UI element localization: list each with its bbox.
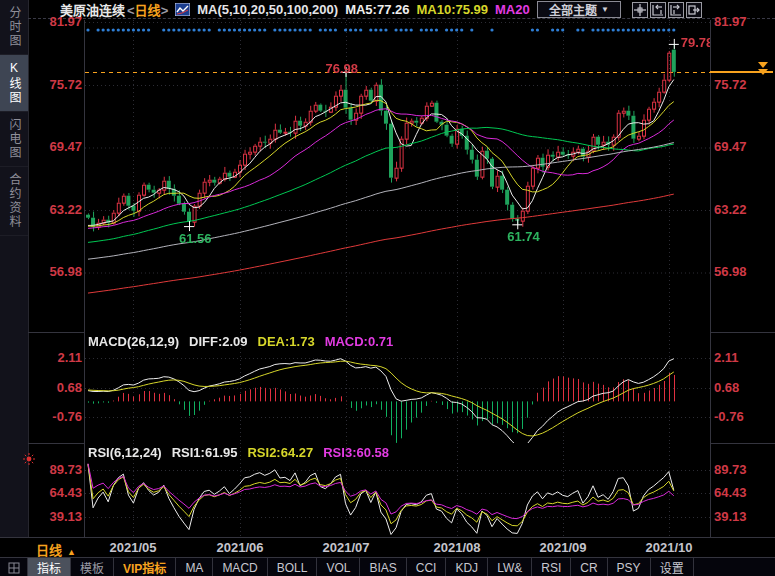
rsi3-value: RSI3:60.58 bbox=[323, 445, 389, 460]
period-bracket-right: > bbox=[161, 3, 169, 18]
xaxis-date: 2021/09 bbox=[533, 540, 593, 555]
triangle-up-icon: ▲ bbox=[67, 547, 76, 557]
rsi-axis-label: 39.13 bbox=[714, 510, 774, 524]
macd-axis-label: -0.76 bbox=[28, 410, 82, 424]
price-axis-label: 81.97 bbox=[714, 15, 774, 29]
xaxis-date: 2021/06 bbox=[210, 540, 270, 555]
tab-cci[interactable]: CCI bbox=[407, 558, 447, 576]
rsi1-value: RSI1:61.95 bbox=[172, 445, 238, 460]
rsi2-value: RSI2:64.27 bbox=[247, 445, 313, 460]
time-axis: 日线▲ 2021/05 2021/06 2021/07 2021/08 2021… bbox=[0, 537, 775, 558]
price-axis-label: 69.47 bbox=[714, 140, 774, 154]
ma5-value: MA5:77.26 bbox=[345, 2, 409, 17]
tab-template[interactable]: 模板 bbox=[71, 558, 114, 576]
period-bracket-left: < bbox=[127, 3, 135, 18]
xaxis-date: 2021/05 bbox=[103, 540, 163, 555]
macd-diff-value: DIFF:2.09 bbox=[189, 334, 248, 349]
macd-axis-label: -0.76 bbox=[714, 410, 774, 424]
ma10-value: MA10:75.99 bbox=[416, 2, 488, 17]
sidebar-tab-contract-info[interactable]: 合约资料 bbox=[0, 167, 28, 236]
alert-line-marker-icon[interactable] bbox=[758, 62, 768, 68]
plot-right-border bbox=[710, 20, 711, 537]
app-window: 分时图 K线图 闪电图 合约资料 美原油连续 <日线> MA(5,10,20,5… bbox=[0, 0, 775, 576]
tab-vip-indicator[interactable]: VIP指标 bbox=[114, 558, 176, 576]
macd-title: MACD(26,12,9) bbox=[88, 334, 179, 349]
alert-line-marker-icon[interactable] bbox=[758, 69, 768, 75]
compress-chart-icon[interactable] bbox=[650, 2, 666, 18]
rsi-axis-label: 64.43 bbox=[28, 486, 82, 500]
chevron-down-icon: ▼ bbox=[601, 5, 609, 14]
toolbar-grid-icon[interactable] bbox=[0, 558, 28, 576]
xaxis-date: 2021/08 bbox=[427, 540, 487, 555]
tab-lwr[interactable]: LW& bbox=[488, 558, 532, 576]
tab-macd[interactable]: MACD bbox=[213, 558, 267, 576]
tab-kdj[interactable]: KDJ bbox=[446, 558, 488, 576]
sidebar-tab-flash-chart[interactable]: 闪电图 bbox=[0, 112, 28, 167]
ma20-value: MA20 bbox=[495, 2, 530, 17]
macd-axis-label: 2.11 bbox=[28, 351, 82, 365]
tab-settings[interactable]: 设置 bbox=[651, 558, 694, 576]
tab-vol[interactable]: VOL bbox=[317, 558, 360, 576]
price-axis-label: 69.47 bbox=[28, 140, 82, 154]
tab-bias[interactable]: BIAS bbox=[360, 558, 406, 576]
sidebar-tab-kline-chart[interactable]: K线图 bbox=[0, 55, 28, 112]
macd-dea-value: DEA:1.73 bbox=[258, 334, 315, 349]
price-axis-label: 75.72 bbox=[714, 78, 774, 92]
tab-psy[interactable]: PSY bbox=[608, 558, 651, 576]
rsi-axis-label: 89.73 bbox=[714, 463, 774, 477]
kline-icon bbox=[175, 3, 190, 16]
price-axis-label: 56.98 bbox=[714, 265, 774, 279]
xaxis-date: 2021/07 bbox=[316, 540, 376, 555]
price-axis-label: 63.22 bbox=[714, 203, 774, 217]
indicator-toolbar: 指标 模板 VIP指标 MA MACD BOLL VOL BIAS CCI KD… bbox=[0, 557, 775, 576]
macd-axis-label: 0.68 bbox=[28, 381, 82, 395]
price-axis-label: 75.72 bbox=[28, 78, 82, 92]
xaxis-date: 2021/10 bbox=[639, 540, 699, 555]
rsi-axis-label: 89.73 bbox=[28, 463, 82, 477]
page-forward-icon[interactable] bbox=[686, 2, 702, 18]
macd-macd-value: MACD:0.71 bbox=[325, 334, 394, 349]
price-axis-label: 63.22 bbox=[28, 203, 82, 217]
price-axis-label: 81.97 bbox=[28, 15, 82, 29]
rsi-header: RSI(6,12,24) RSI1:61.95 RSI2:64.27 RSI3:… bbox=[88, 445, 389, 460]
macd-axis-label: 0.68 bbox=[714, 381, 774, 395]
price-axis-label: 56.98 bbox=[28, 265, 82, 279]
macd-header: MACD(26,12,9) DIFF:2.09 DEA:1.73 MACD:0.… bbox=[88, 334, 393, 349]
expand-chart-icon[interactable] bbox=[668, 2, 684, 18]
tab-cr[interactable]: CR bbox=[571, 558, 607, 576]
period-tag[interactable]: 日线 bbox=[135, 3, 161, 18]
main-price-chart[interactable] bbox=[85, 20, 710, 332]
theme-dropdown-label: 全部主题 bbox=[549, 1, 597, 18]
rsi-title: RSI(6,12,24) bbox=[88, 445, 162, 460]
rsi-axis-label: 39.13 bbox=[28, 510, 82, 524]
macd-axis-label: 2.11 bbox=[714, 351, 774, 365]
crosshair-tool-icon[interactable] bbox=[632, 2, 648, 18]
period-selector-label: 日线 bbox=[36, 543, 62, 558]
sidebar-tab-minute-chart[interactable]: 分时图 bbox=[0, 0, 28, 55]
tab-boll[interactable]: BOLL bbox=[268, 558, 318, 576]
rsi-axis-label: 64.43 bbox=[714, 486, 774, 500]
tab-rsi[interactable]: RSI bbox=[532, 558, 571, 576]
ma-settings-label: MA(5,10,20,50,100,200) bbox=[197, 2, 338, 17]
theme-dropdown[interactable]: 全部主题 ▼ bbox=[537, 1, 621, 18]
tab-ma[interactable]: MA bbox=[176, 558, 213, 576]
tab-indicator[interactable]: 指标 bbox=[28, 558, 71, 576]
